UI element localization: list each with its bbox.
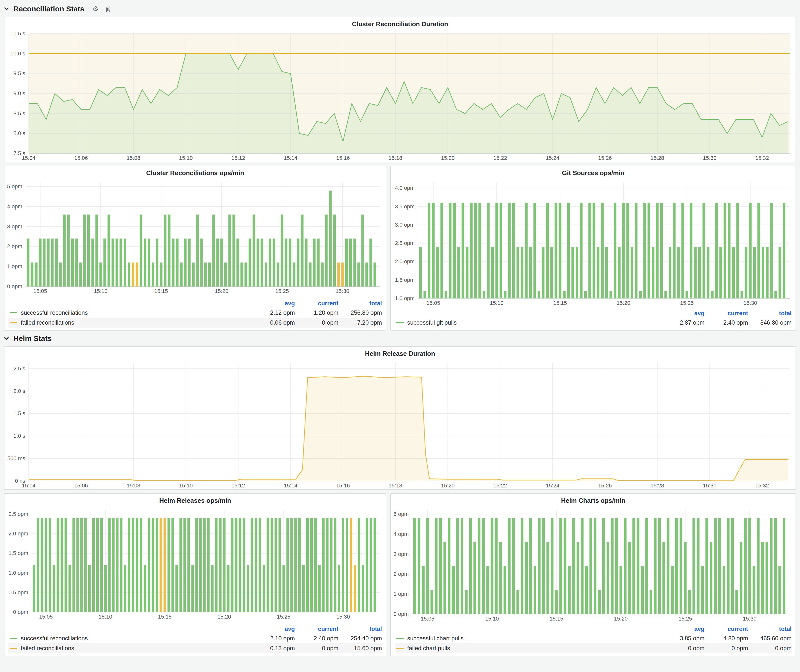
legend-col-total[interactable]: total [338,299,382,308]
panel-helm-releases-opm: Helm Releases ops/min 15:0515:1015:1515:… [4,493,386,656]
svg-text:15:10: 15:10 [179,482,193,489]
svg-text:4.0 opm: 4.0 opm [395,185,415,191]
git-sources-chart[interactable]: 15:0515:1015:1515:2015:2515:304.0 opm3.5… [391,180,795,309]
legend-row[interactable]: failed reconciliations 0.06 opm 0 opm 7.… [8,318,382,328]
series-avg: 0.06 opm [251,319,295,326]
series-label[interactable]: successful reconciliations [21,309,251,316]
panel-title[interactable]: Helm Charts ops/min [391,494,795,507]
svg-text:1.0 s: 1.0 s [13,433,25,439]
section-header-reconciliation-stats[interactable]: Reconciliation Stats ⚙ [4,1,796,17]
svg-text:5 opm: 5 opm [394,511,409,517]
series-label[interactable]: failed chart pulls [407,645,661,652]
svg-text:15:30: 15:30 [703,155,717,161]
svg-text:8.5 s: 8.5 s [13,110,25,117]
svg-text:2.0 opm: 2.0 opm [395,258,415,264]
panel-title[interactable]: Git Sources ops/min [391,166,795,180]
svg-text:1.0 opm: 1.0 opm [395,295,415,301]
svg-text:15:08: 15:08 [126,155,140,161]
legend-col-avg[interactable]: avg [661,309,704,318]
series-label[interactable]: failed reconciliations [21,645,251,652]
panel-title[interactable]: Cluster Reconciliations ops/min [5,166,386,180]
helm-release-duration-chart[interactable]: 15:0415:0615:0815:1015:1215:1415:1615:18… [5,360,795,490]
legend-row[interactable]: successful chart pulls 3.85 opm 4.80 opm… [395,634,792,643]
svg-text:2 opm: 2 opm [7,243,22,250]
section-title: Reconciliation Stats [13,5,84,13]
legend-col-current[interactable]: current [704,309,748,318]
legend-col-total[interactable]: total [748,624,792,634]
section-header-helm-stats[interactable]: Helm Stats [4,331,796,346]
series-label[interactable]: successful reconciliations [21,635,251,642]
panel-title[interactable]: Cluster Reconciliation Duration [5,17,795,31]
svg-text:15:15: 15:15 [154,288,168,294]
series-label[interactable]: failed reconciliations [21,319,251,326]
svg-text:9.5 s: 9.5 s [13,70,25,77]
series-avg: 3.85 opm [661,635,704,642]
svg-text:15:10: 15:10 [94,288,107,294]
svg-text:15:14: 15:14 [284,482,298,489]
svg-text:15:20: 15:20 [441,155,455,161]
legend: avg current total successful reconciliat… [5,299,386,330]
legend: avg current total successful git pulls 2… [391,309,795,330]
legend: avg current total successful chart pulls… [391,624,795,656]
series-total: 465.60 opm [748,635,792,642]
legend-col-total[interactable]: total [338,624,382,634]
series-label[interactable]: successful chart pulls [407,635,661,642]
svg-text:15:15: 15:15 [550,616,563,622]
svg-text:15:12: 15:12 [231,482,245,489]
svg-text:15:08: 15:08 [126,482,140,489]
gear-icon[interactable]: ⚙ [92,5,98,12]
legend-col-total[interactable]: total [748,309,792,318]
panel-title[interactable]: Helm Releases ops/min [5,494,386,507]
legend-col-current[interactable]: current [295,299,338,308]
series-label[interactable]: successful git pulls [407,319,661,326]
legend-header: avg current total [8,299,382,308]
svg-text:15:10: 15:10 [98,614,112,620]
legend-row[interactable]: successful reconciliations 2.12 opm 1.20… [8,308,382,318]
svg-text:3 opm: 3 opm [394,551,409,557]
legend-col-current[interactable]: current [704,624,748,634]
svg-text:0 opm: 0 opm [7,283,22,290]
svg-text:2.5 s: 2.5 s [13,365,25,372]
svg-text:0 opm: 0 opm [13,609,28,615]
panel-git-sources-opm: Git Sources ops/min 15:0515:1015:1515:20… [390,166,796,331]
legend-col-avg[interactable]: avg [251,299,295,308]
svg-text:15:05: 15:05 [421,616,434,622]
svg-text:0.5 opm: 0.5 opm [9,589,29,595]
svg-text:15:05: 15:05 [34,288,47,294]
trash-icon[interactable] [105,5,111,12]
svg-text:15:30: 15:30 [743,300,757,306]
helm-charts-chart[interactable]: 15:0515:1015:1515:2015:2515:305 opm4 opm… [391,507,795,624]
svg-text:15:22: 15:22 [493,482,507,489]
legend-col-current[interactable]: current [295,624,338,634]
series-avg: 2.87 opm [661,319,704,326]
legend-row[interactable]: failed reconciliations 0.13 opm 0 opm 15… [8,643,382,653]
panel-title[interactable]: Helm Release Duration [5,347,795,360]
svg-text:3.5 opm: 3.5 opm [395,203,415,210]
svg-text:5 opm: 5 opm [7,183,22,190]
svg-text:15:30: 15:30 [743,616,757,622]
series-current: 1.20 opm [295,309,338,316]
svg-text:15:05: 15:05 [39,614,53,620]
cluster-reconciliation-duration-chart[interactable]: 15:0415:0615:0815:1015:1215:1415:1615:18… [5,31,795,162]
svg-text:15:20: 15:20 [441,482,455,489]
panel-cluster-reconciliations-opm: Cluster Reconciliations ops/min 15:0515:… [4,166,386,331]
series-swatch [396,322,404,323]
svg-text:500 ms: 500 ms [7,455,25,461]
cluster-reconciliations-chart[interactable]: 15:0515:1015:1515:2015:2515:305 opm4 opm… [5,180,386,299]
svg-text:15:20: 15:20 [614,616,627,622]
legend-row[interactable]: successful reconciliations 2.10 opm 2.40… [8,634,382,643]
helm-releases-chart[interactable]: 15:0515:1015:1515:2015:2515:302.5 opm2.0… [5,507,386,624]
svg-text:15:10: 15:10 [490,300,503,306]
legend-col-avg[interactable]: avg [251,624,295,634]
svg-text:0 opm: 0 opm [394,611,409,617]
legend-row[interactable]: failed chart pulls 0 opm 0 opm 0 opm [395,643,792,653]
svg-text:15:32: 15:32 [755,482,769,489]
series-total: 0 opm [748,645,792,652]
series-total: 15.60 opm [338,645,382,652]
svg-text:15:30: 15:30 [703,482,717,489]
legend-col-avg[interactable]: avg [661,624,704,634]
legend-row[interactable]: successful git pulls 2.87 opm 2.40 opm 3… [395,318,792,328]
svg-text:2 opm: 2 opm [394,571,409,577]
svg-text:15:20: 15:20 [617,300,630,306]
series-avg: 0 opm [661,645,704,652]
